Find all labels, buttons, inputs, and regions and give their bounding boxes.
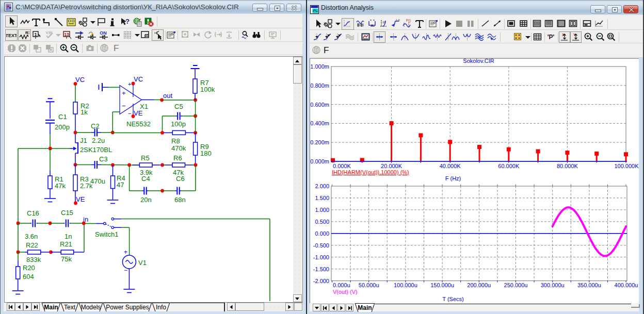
svg-text:F: F <box>114 43 119 53</box>
svg-text:3.6n: 3.6n <box>25 233 38 240</box>
svg-text:180: 180 <box>200 150 212 157</box>
svg-text:0.000u: 0.000u <box>333 282 350 288</box>
svg-text:−: − <box>122 102 126 110</box>
svg-text:0.000m: 0.000m <box>310 158 329 164</box>
svg-text:604: 604 <box>23 273 34 280</box>
svg-text:Models: Models <box>81 304 101 311</box>
svg-text:100k: 100k <box>200 86 215 93</box>
svg-text:T (Secs): T (Secs) <box>442 296 463 302</box>
svg-text:13: 13 <box>64 32 69 37</box>
svg-text:TEXT: TEXT <box>6 33 17 38</box>
svg-text:J1: J1 <box>80 137 87 144</box>
svg-text:80.000K: 80.000K <box>557 163 578 169</box>
svg-text:200.000u: 200.000u <box>467 282 491 288</box>
svg-text:833k: 833k <box>26 256 41 263</box>
svg-text:Text: Text <box>64 304 76 311</box>
svg-text:1.000m: 1.000m <box>310 63 329 70</box>
svg-text:1k: 1k <box>81 108 88 116</box>
svg-text:2.7k: 2.7k <box>80 182 93 190</box>
svg-text:C4: C4 <box>141 175 150 183</box>
svg-text:2.000: 2.000 <box>315 183 329 189</box>
svg-text:-1.500: -1.500 <box>313 266 329 272</box>
svg-text:0.400m: 0.400m <box>310 120 329 126</box>
svg-text:350.000u: 350.000u <box>577 282 601 288</box>
svg-text:200p: 200p <box>55 123 70 131</box>
svg-text:VE: VE <box>76 195 85 203</box>
svg-text:-2.000: -2.000 <box>313 278 329 284</box>
svg-text:out: out <box>163 92 172 100</box>
svg-text:1: 1 <box>34 32 37 37</box>
svg-text:250.000u: 250.000u <box>504 282 528 288</box>
svg-text:0.000K: 0.000K <box>333 163 351 169</box>
svg-text:20.000K: 20.000K <box>381 163 403 169</box>
svg-text:0.000: 0.000 <box>315 230 329 237</box>
svg-text:R20: R20 <box>23 264 35 272</box>
svg-text:IHD(HARM(V(out)),10000) (%): IHD(HARM(V(out)),10000) (%) <box>332 169 409 175</box>
svg-text:C16: C16 <box>27 209 39 217</box>
svg-text:100.000K: 100.000K <box>614 163 639 169</box>
svg-text:C6: C6 <box>176 175 185 183</box>
svg-text:R21: R21 <box>60 240 72 248</box>
svg-text:Power Supplies: Power Supplies <box>106 304 149 311</box>
svg-text:+: + <box>124 249 127 256</box>
svg-text:47k: 47k <box>55 182 66 190</box>
svg-text:Sokolov.CIR: Sokolov.CIR <box>463 58 494 64</box>
svg-text:V(out) (V): V(out) (V) <box>333 289 358 295</box>
svg-text:150.000u: 150.000u <box>430 282 454 288</box>
svg-text:0.800m: 0.800m <box>310 82 329 89</box>
svg-text:−: − <box>128 110 131 117</box>
svg-text:Info: Info <box>156 304 166 311</box>
svg-text:1.0: 1.0 <box>396 19 400 22</box>
svg-text:100.000u: 100.000u <box>394 282 417 288</box>
svg-text:10: 10 <box>382 21 386 24</box>
svg-text:68n: 68n <box>174 196 186 204</box>
svg-text:0.200m: 0.200m <box>310 139 329 145</box>
svg-text:2SK170BL: 2SK170BL <box>80 146 112 154</box>
svg-text:in: in <box>83 216 88 223</box>
svg-text:60.000K: 60.000K <box>498 163 520 169</box>
svg-text:V1: V1 <box>138 259 147 267</box>
svg-text:300.000u: 300.000u <box>541 282 565 288</box>
svg-text:VC: VC <box>134 75 143 83</box>
svg-text:F (Hz): F (Hz) <box>445 175 461 181</box>
svg-text:0.600m: 0.600m <box>310 102 329 108</box>
svg-text:R1: R1 <box>25 30 29 35</box>
svg-text:R6: R6 <box>173 154 182 162</box>
svg-text:C2: C2 <box>91 122 100 130</box>
svg-text:VC: VC <box>75 76 85 84</box>
svg-text:Main: Main <box>44 304 58 311</box>
svg-text:-0.500: -0.500 <box>313 242 329 249</box>
svg-text:NE5532: NE5532 <box>126 120 151 128</box>
svg-text:2.2u: 2.2u <box>92 137 105 144</box>
svg-text:470k: 470k <box>171 144 186 152</box>
svg-text:75k: 75k <box>61 255 72 263</box>
svg-text:VE: VE <box>134 109 143 117</box>
svg-text:+: + <box>122 89 126 97</box>
svg-text:400.000u: 400.000u <box>615 282 638 288</box>
svg-text:Main: Main <box>358 304 372 311</box>
svg-text:−: − <box>124 267 127 274</box>
svg-text:-1.000: -1.000 <box>313 254 329 260</box>
svg-text:'P': 'P' <box>548 34 555 41</box>
svg-text:R5: R5 <box>141 154 150 162</box>
svg-text:C3: C3 <box>99 155 108 163</box>
svg-text:X1: X1 <box>140 103 148 110</box>
svg-text:50.000u: 50.000u <box>359 282 379 288</box>
svg-text:1n: 1n <box>65 233 72 240</box>
svg-text:?: ? <box>125 18 130 25</box>
svg-text:100p: 100p <box>171 120 186 128</box>
svg-text:ON: ON <box>100 30 107 36</box>
svg-text:R8: R8 <box>171 137 180 145</box>
svg-text:47: 47 <box>117 181 124 189</box>
svg-text:20n: 20n <box>140 196 152 204</box>
svg-text:0.500: 0.500 <box>315 219 329 225</box>
svg-text:+: + <box>128 81 131 87</box>
svg-text:C1: C1 <box>58 113 67 121</box>
svg-text:1.500: 1.500 <box>315 195 329 201</box>
svg-text:R22: R22 <box>26 241 38 249</box>
svg-text:40.000K: 40.000K <box>440 163 461 169</box>
svg-text:C15: C15 <box>61 209 73 217</box>
svg-text:F: F <box>324 45 329 55</box>
svg-text:C5: C5 <box>174 103 183 110</box>
svg-text:F(): F() <box>406 19 411 23</box>
